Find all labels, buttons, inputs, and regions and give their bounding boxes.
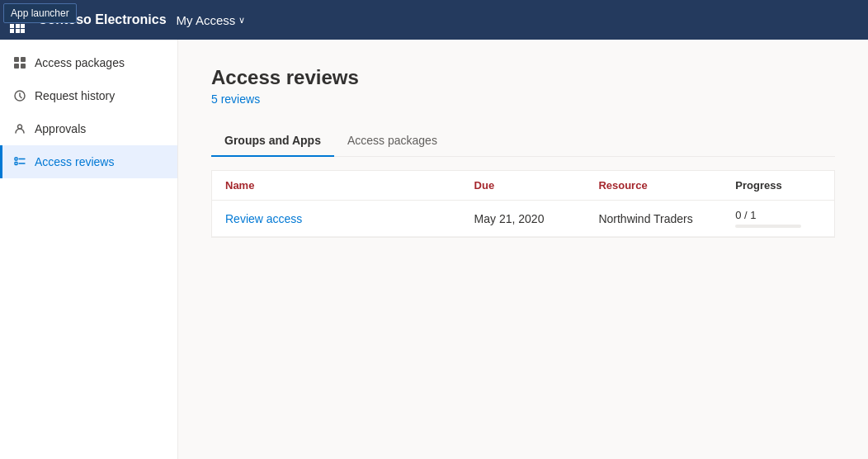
main-content: Access reviews 5 reviews Groups and Apps…	[178, 40, 868, 459]
person-icon	[13, 122, 26, 135]
svg-rect-3	[21, 64, 26, 69]
sidebar-item-approvals[interactable]: Approvals	[0, 112, 177, 145]
svg-rect-6	[15, 158, 17, 160]
history-icon	[13, 89, 26, 102]
reviews-count: 5 reviews	[211, 92, 835, 106]
sidebar-item-access-packages[interactable]: Access packages	[0, 46, 177, 79]
cell-due: May 21, 2020	[461, 201, 586, 237]
sidebar: Access packages Request history Approval…	[0, 40, 178, 459]
sidebar-label: Access reviews	[35, 155, 114, 168]
reviews-table-wrapper: Name Due Resource Progress	[211, 170, 835, 238]
cell-resource: Northwind Traders	[585, 201, 722, 237]
grid-icon	[13, 56, 26, 69]
col-header-resource[interactable]: Resource	[585, 171, 722, 201]
sidebar-item-request-history[interactable]: Request history	[0, 79, 177, 112]
app-launcher-tooltip: App launcher	[3, 3, 77, 23]
tab-access-packages[interactable]: Access packages	[334, 125, 451, 157]
cell-name: Review access	[212, 201, 461, 237]
list-icon	[13, 155, 26, 168]
reviews-table: Name Due Resource Progress	[212, 171, 834, 237]
progress-bar-background	[735, 225, 801, 228]
progress-text: 0 / 1	[735, 209, 821, 221]
sidebar-item-access-reviews[interactable]: Access reviews	[0, 145, 177, 178]
tab-groups-and-apps[interactable]: Groups and Apps	[211, 125, 334, 157]
svg-rect-0	[14, 57, 19, 62]
svg-rect-8	[15, 163, 17, 165]
table-header-row: Name Due Resource Progress	[212, 171, 834, 201]
cell-progress: 0 / 1	[722, 201, 834, 237]
col-header-progress: Progress	[722, 171, 834, 201]
top-navigation: App launcher Contoso Electronics My Acce…	[0, 0, 868, 40]
svg-rect-1	[21, 57, 26, 62]
svg-rect-2	[14, 64, 19, 69]
chevron-down-icon: ∨	[238, 15, 245, 26]
review-access-link[interactable]: Review access	[225, 212, 302, 225]
tabs-bar: Groups and Apps Access packages	[211, 125, 835, 157]
page-title: Access reviews	[211, 66, 835, 89]
my-access-dropdown[interactable]: My Access ∨	[177, 13, 246, 27]
sidebar-label: Access packages	[35, 56, 125, 69]
col-header-due[interactable]: Due	[461, 171, 586, 201]
sidebar-label: Request history	[35, 89, 115, 102]
sidebar-label: Approvals	[35, 122, 86, 135]
col-header-name[interactable]: Name	[212, 171, 461, 201]
table-row: Review access May 21, 2020 Northwind Tra…	[212, 201, 834, 237]
body-layout: Access packages Request history Approval…	[0, 40, 868, 459]
